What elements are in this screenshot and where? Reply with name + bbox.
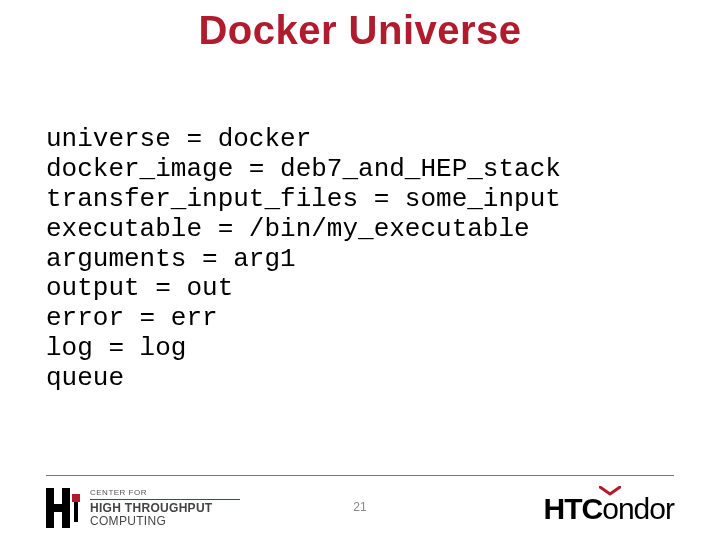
htcondor-text-htc: HTC	[544, 492, 603, 526]
chtc-logo-text: CENTER FOR HIGH THROUGHPUT COMPUTING	[90, 489, 240, 528]
code-line: error = err	[46, 303, 218, 333]
htcondor-logo: HTCondor	[544, 492, 674, 526]
htcondor-tick-icon	[599, 486, 621, 496]
footer-divider	[46, 475, 674, 476]
htcondor-text-o1: o	[602, 492, 618, 526]
chtc-logo-line2: HIGH THROUGHPUT	[90, 502, 240, 515]
slide: Docker Universe universe = docker docker…	[0, 0, 720, 540]
chtc-logo-line3: COMPUTING	[90, 515, 240, 528]
code-line: universe = docker	[46, 124, 311, 154]
code-line: arguments = arg1	[46, 244, 296, 274]
chtc-logo: CENTER FOR HIGH THROUGHPUT COMPUTING	[46, 488, 240, 528]
htcondor-text-nd: nd	[618, 492, 649, 526]
htcondor-text-o2: o	[649, 492, 665, 526]
code-block: universe = docker docker_image = deb7_an…	[46, 125, 561, 394]
htcondor-text-r: r	[665, 492, 674, 526]
code-line: transfer_input_files = some_input	[46, 184, 561, 214]
code-line: executable = /bin/my_executable	[46, 214, 530, 244]
code-line: docker_image = deb7_and_HEP_stack	[46, 154, 561, 184]
slide-title: Docker Universe	[0, 8, 720, 53]
code-line: output = out	[46, 273, 233, 303]
code-line: queue	[46, 363, 124, 393]
chtc-logo-line1: CENTER FOR	[90, 489, 240, 497]
code-line: log = log	[46, 333, 186, 363]
chtc-logo-mark	[46, 488, 80, 528]
